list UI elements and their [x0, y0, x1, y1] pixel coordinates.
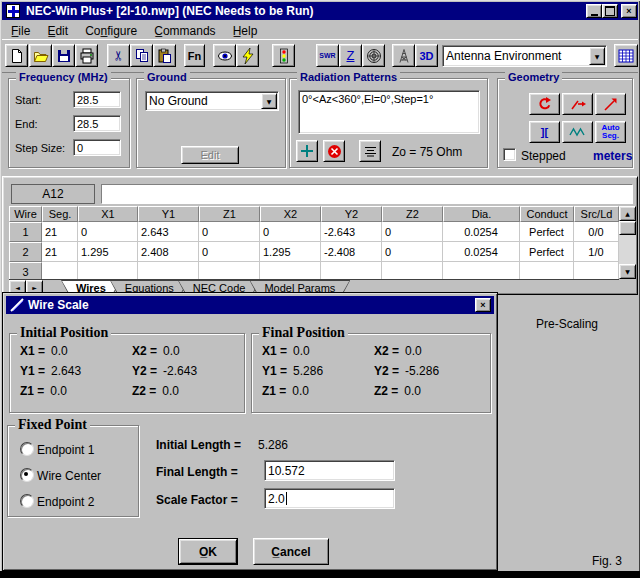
scrollbar-thumb[interactable] — [619, 221, 636, 235]
auto-segment-button[interactable]: Auto Seg. — [595, 121, 626, 143]
table-cell[interactable] — [382, 262, 443, 279]
table-cell[interactable] — [42, 262, 78, 279]
status-button[interactable] — [272, 44, 295, 67]
fn-button[interactable]: Fn — [184, 44, 205, 67]
cancel-button[interactable]: C̲ancel — [253, 538, 329, 565]
table-cell[interactable]: 0/0 — [574, 222, 619, 242]
end-input[interactable]: 28.5 — [73, 115, 121, 132]
scroll-down-icon[interactable]: ▼ — [619, 264, 636, 279]
table-cell[interactable] — [199, 262, 260, 279]
table-cell[interactable]: -2.643 — [321, 222, 382, 242]
delete-pattern-button[interactable] — [323, 140, 345, 162]
pattern-list-button[interactable] — [359, 140, 381, 162]
table-cell[interactable]: 1.295 — [78, 242, 138, 262]
table-cell[interactable] — [78, 262, 138, 279]
environment-dropdown[interactable]: Antenna Environment ▼ — [442, 45, 607, 67]
view-geometry-button[interactable] — [213, 44, 236, 67]
ok-button[interactable]: O̲K — [178, 538, 238, 565]
radio-endpoint-1[interactable]: Endpoint 1 — [20, 442, 94, 457]
col-header-dia[interactable]: Dia. — [443, 206, 520, 222]
impedance-button[interactable]: Z — [339, 44, 362, 67]
threed-button[interactable]: 3D — [415, 44, 438, 67]
radio-wire-center[interactable]: Wire Center — [20, 468, 101, 483]
new-button[interactable] — [5, 44, 28, 67]
col-header-conduct[interactable]: Conduct — [520, 206, 574, 222]
close-button[interactable]: × — [621, 4, 637, 18]
table-cell[interactable]: 21 — [42, 222, 78, 242]
antenna-view-button[interactable] — [392, 44, 415, 67]
dialog-close-button[interactable]: × — [475, 298, 491, 312]
swr-button[interactable]: SWR — [316, 44, 339, 67]
scroll-up-icon[interactable]: ▲ — [619, 206, 636, 221]
save-button[interactable] — [52, 44, 75, 67]
table-cell[interactable]: 0.0254 — [443, 242, 520, 262]
table-cell[interactable]: 0.0254 — [443, 222, 520, 242]
table-cell[interactable] — [443, 262, 520, 279]
col-header-y1[interactable]: Y1 — [138, 206, 199, 222]
table-vertical-scrollbar[interactable]: ▲ ▼ — [619, 206, 636, 279]
table-cell[interactable]: 2.643 — [138, 222, 199, 242]
formula-input[interactable] — [102, 185, 632, 203]
table-cell[interactable] — [574, 262, 619, 279]
pattern-plot-button[interactable] — [362, 44, 385, 67]
table-cell[interactable]: 0 — [78, 222, 138, 242]
stepped-checkbox[interactable] — [503, 148, 516, 161]
wire-wave-button[interactable] — [562, 121, 593, 143]
ground-dropdown[interactable]: No Ground ▼ — [145, 91, 279, 111]
final-length-input[interactable]: 10.572 — [264, 460, 395, 481]
add-pattern-button[interactable] — [296, 140, 318, 162]
menu-item-file[interactable]: F̲ile — [11, 24, 30, 38]
copy-button[interactable] — [130, 44, 153, 67]
table-cell[interactable]: 0 — [382, 222, 443, 242]
col-header-y2[interactable]: Y2 — [321, 206, 382, 222]
table-cell[interactable]: 21 — [42, 242, 78, 262]
formula-bar[interactable] — [101, 184, 633, 204]
run-nec-button[interactable] — [236, 44, 259, 67]
row-header[interactable]: 2 — [9, 242, 42, 262]
row-header[interactable]: 3 — [9, 262, 42, 279]
print-button[interactable] — [75, 44, 98, 67]
minimize-button[interactable] — [586, 4, 602, 18]
table-cell[interactable] — [520, 262, 574, 279]
col-header-z2[interactable]: Z2 — [382, 206, 443, 222]
table-cell[interactable] — [321, 262, 382, 279]
cell-reference-box[interactable]: A12 — [11, 184, 95, 204]
menu-item-commands[interactable]: C̲ommands — [154, 24, 215, 38]
table-cell[interactable]: -2.408 — [321, 242, 382, 262]
table-cell[interactable]: 0 — [199, 222, 260, 242]
scale-factor-input[interactable]: 2.0 — [264, 488, 395, 509]
edit-ground-button[interactable]: Edit — [181, 146, 239, 164]
maximize-button[interactable] — [602, 4, 618, 18]
chevron-down-icon[interactable]: ▼ — [261, 93, 277, 109]
col-header-x1[interactable]: X1 — [78, 206, 138, 222]
start-input[interactable]: 28.5 — [73, 91, 121, 108]
grid-button[interactable] — [614, 44, 638, 67]
table-cell[interactable]: 0 — [199, 242, 260, 262]
table-cell[interactable] — [138, 262, 199, 279]
table-cell[interactable]: Perfect — [520, 242, 574, 262]
row-header[interactable]: 1 — [9, 222, 42, 242]
paste-button[interactable] — [153, 44, 176, 67]
scrollbar-track[interactable] — [619, 235, 636, 264]
table-cell[interactable]: Perfect — [520, 222, 574, 242]
pattern-listbox[interactable]: 0°<Az<360°,El=0°,Step=1° — [298, 90, 480, 134]
col-header-srcld[interactable]: Src/Ld — [574, 206, 619, 222]
col-header-wire[interactable]: Wire — [9, 206, 42, 222]
scale-wire-button[interactable] — [595, 93, 626, 115]
menu-item-configure[interactable]: Con̲figure — [85, 24, 137, 38]
radio-endpoint-2[interactable]: Endpoint 2 — [20, 494, 94, 509]
table-cell[interactable] — [260, 262, 321, 279]
rotate-wire-button[interactable] — [529, 93, 560, 115]
step-size-input[interactable]: 0 — [73, 139, 121, 156]
table-cell[interactable]: 1.295 — [260, 242, 321, 262]
chevron-down-icon[interactable]: ▼ — [589, 47, 605, 65]
translate-wire-button[interactable] — [562, 93, 593, 115]
col-header-seg[interactable]: Seg. — [42, 206, 78, 222]
table-cell[interactable]: 2.408 — [138, 242, 199, 262]
table-cell[interactable]: 1/0 — [574, 242, 619, 262]
menu-item-edit[interactable]: E̲dit — [47, 24, 68, 38]
menu-item-help[interactable]: H̲elp — [233, 24, 258, 38]
col-header-x2[interactable]: X2 — [260, 206, 321, 222]
col-header-z1[interactable]: Z1 — [199, 206, 260, 222]
connect-wires-button[interactable]: ][ — [529, 121, 560, 143]
